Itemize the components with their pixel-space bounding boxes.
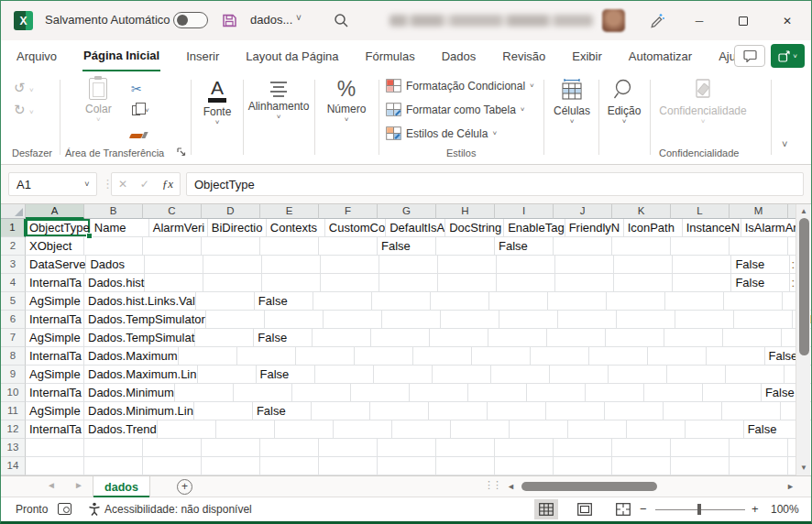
cell-D14[interactable] <box>202 457 260 475</box>
search-icon[interactable] <box>333 12 349 28</box>
cell-G2[interactable]: False <box>378 237 436 256</box>
accessibility-status[interactable]: Acessibilidade: não disponível <box>88 502 252 516</box>
formula-input[interactable]: ObjectType <box>186 172 804 196</box>
cell-D8[interactable] <box>237 347 296 366</box>
paste-chevron-icon[interactable]: ˅ <box>96 115 101 124</box>
cell-K5[interactable] <box>665 292 724 311</box>
cell-E7[interactable] <box>313 329 371 347</box>
tab-inserir[interactable]: Inserir <box>185 42 220 71</box>
row-header-3[interactable]: 3 <box>1 256 26 274</box>
cell-K9[interactable] <box>667 366 726 384</box>
cell-partial[interactable] <box>788 439 796 457</box>
cell-A11[interactable]: AgSimple <box>26 402 84 420</box>
number-group-button[interactable]: % Número ˅ <box>318 78 375 124</box>
cell-J9[interactable] <box>609 366 667 384</box>
cell-H11[interactable] <box>488 402 546 420</box>
collapse-ribbon-icon[interactable]: ˅ <box>782 138 787 149</box>
insert-function-icon[interactable]: ƒx <box>162 177 173 191</box>
name-box[interactable]: A1 ˅ <box>8 172 97 196</box>
cell-F4[interactable] <box>321 274 379 292</box>
column-header-M[interactable]: M <box>730 204 788 219</box>
cell-L13[interactable] <box>671 439 730 457</box>
scroll-right-icon[interactable]: ► <box>786 482 795 491</box>
cell-C5[interactable] <box>196 292 255 311</box>
cell-J6[interactable] <box>617 311 675 329</box>
cell-H4[interactable] <box>438 274 497 292</box>
cell-L6[interactable] <box>734 311 793 329</box>
cell-F12[interactable] <box>334 420 392 439</box>
cell-F10[interactable] <box>351 384 410 402</box>
add-sheet-button[interactable]: + <box>177 479 192 495</box>
cell-H6[interactable] <box>499 311 558 329</box>
cell-B7[interactable]: Dados.TempSimulat <box>84 329 195 347</box>
cell-D12[interactable] <box>216 420 275 439</box>
font-chevron-icon[interactable]: ˅ <box>215 118 220 126</box>
cell-J13[interactable] <box>554 439 612 457</box>
cell-F1[interactable]: CustomCo <box>325 219 386 237</box>
cell-H2[interactable] <box>436 237 495 256</box>
cell-B6[interactable]: Dados.TempSimulator <box>84 311 206 329</box>
cell-I14[interactable] <box>495 457 554 475</box>
cell-G13[interactable] <box>378 439 436 457</box>
select-all-button[interactable] <box>1 204 26 219</box>
cell-H5[interactable] <box>489 292 548 311</box>
cell-partial[interactable] <box>788 237 796 256</box>
cell-D11[interactable]: False <box>253 402 312 420</box>
cell-F14[interactable] <box>319 457 378 475</box>
cell-D7[interactable]: False <box>254 329 313 347</box>
cell-G7[interactable] <box>430 329 488 347</box>
row-header-12[interactable]: 12 <box>1 420 26 439</box>
cell-H10[interactable] <box>468 384 527 402</box>
cell-C3[interactable] <box>145 256 203 274</box>
cell-K3[interactable] <box>614 256 673 274</box>
cell-L1[interactable]: InstanceN <box>683 219 741 237</box>
cell-C9[interactable] <box>198 366 257 384</box>
cell-H7[interactable] <box>488 329 547 347</box>
cell-K2[interactable] <box>612 237 671 256</box>
cell-H8[interactable] <box>472 347 531 366</box>
cell-J12[interactable] <box>568 420 627 439</box>
cell-J11[interactable] <box>605 402 664 420</box>
row-header-7[interactable]: 7 <box>1 329 26 347</box>
cell-E12[interactable] <box>275 420 334 439</box>
cell-E10[interactable] <box>292 384 351 402</box>
cell-D10[interactable] <box>234 384 292 402</box>
cell-D4[interactable] <box>203 274 262 292</box>
redo-button[interactable]: ↻ ˅ <box>14 102 34 118</box>
cell-L12[interactable] <box>686 420 744 439</box>
zoom-level[interactable]: 100% <box>771 503 799 516</box>
scroll-down-icon[interactable]: ▼ <box>796 461 811 475</box>
cell-E4[interactable] <box>262 274 321 292</box>
cell-I10[interactable] <box>527 384 586 402</box>
cell-L8[interactable] <box>707 347 765 366</box>
cell-M13[interactable] <box>730 439 788 457</box>
cell-J7[interactable] <box>606 329 664 347</box>
cell-C10[interactable] <box>175 384 234 402</box>
document-title-chevron-icon[interactable]: ˅ <box>296 13 302 23</box>
column-header-H[interactable]: H <box>436 204 495 219</box>
cell-A8[interactable]: InternalTa <box>26 347 84 366</box>
cell-K6[interactable] <box>675 311 734 329</box>
cell-E2[interactable] <box>260 237 319 256</box>
column-header-I[interactable]: I <box>495 204 554 219</box>
column-header-K[interactable]: K <box>612 204 671 219</box>
cell-F11[interactable] <box>370 402 429 420</box>
cell-A1[interactable]: ObjectType <box>26 219 91 237</box>
scroll-left-icon[interactable]: ◄ <box>507 482 515 491</box>
row-header-14[interactable]: 14 <box>1 457 26 475</box>
cell-A5[interactable]: AgSimple <box>26 292 84 311</box>
cell-A7[interactable]: AgSimple <box>26 329 84 347</box>
cell-C7[interactable] <box>195 329 254 347</box>
cell-F2[interactable] <box>319 237 378 256</box>
row-header-11[interactable]: 11 <box>1 402 26 420</box>
cell-B10[interactable]: Dados.Minimum <box>84 384 175 402</box>
row-header-8[interactable]: 8 <box>1 347 26 366</box>
page-layout-view-button[interactable] <box>573 499 597 519</box>
cell-J5[interactable] <box>607 292 665 311</box>
cell-K7[interactable] <box>664 329 723 347</box>
undo-chevron-icon[interactable]: ˅ <box>29 86 34 94</box>
cell-H3[interactable] <box>438 256 497 274</box>
cell-B2[interactable] <box>84 237 143 256</box>
cell-L3[interactable] <box>673 256 731 274</box>
alignment-chevron-icon[interactable]: ˅ <box>277 113 281 121</box>
